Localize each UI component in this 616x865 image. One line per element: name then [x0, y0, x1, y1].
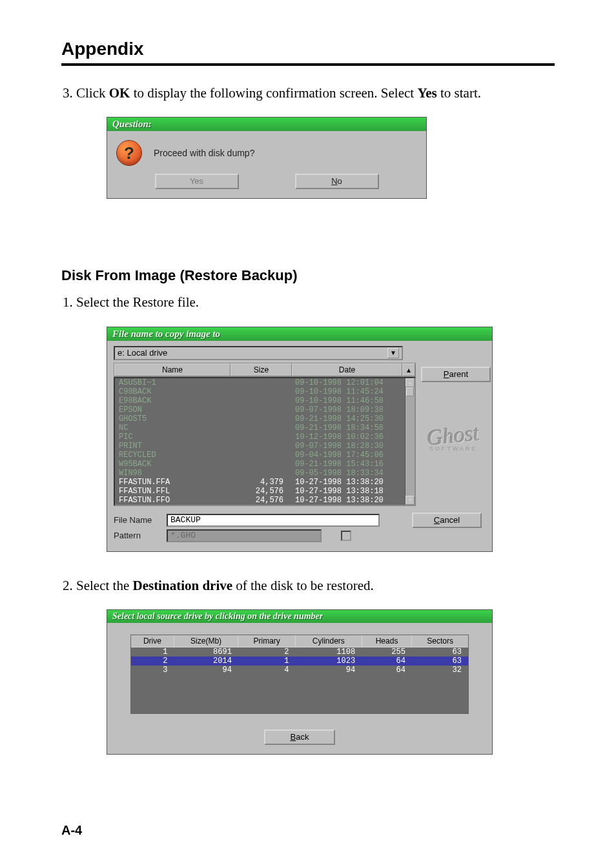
drive-cell: 94 [174, 666, 238, 675]
file-row[interactable]: FFASTUN.FFA4,37910-27-1998 13:38:20 [115, 478, 415, 487]
drive-col-header[interactable]: Size(Mb) [174, 635, 238, 647]
col-header-date[interactable]: Date [292, 363, 402, 376]
drive-col-header[interactable]: Heads [362, 635, 412, 647]
pattern-input[interactable]: *.GHO [167, 529, 322, 542]
file-name: PRINT [119, 442, 234, 451]
file-date: 10-27-1998 13:38:20 [295, 496, 411, 505]
drive-cell: 2014 [174, 656, 238, 666]
question-dialog-text: Proceed with disk dump? [154, 148, 254, 158]
file-size [234, 432, 295, 442]
file-row[interactable]: ASUSBI~109-10-1998 12:01:04 [115, 378, 415, 387]
step-1-text: 1. Select the Restore file. [61, 293, 555, 312]
pattern-checkbox[interactable] [341, 531, 351, 541]
file-date: 09-10-1998 12:01:04 [295, 378, 411, 387]
file-size [234, 414, 295, 423]
drive-cell: 63 [412, 656, 469, 666]
file-name: GHOST5 [119, 414, 234, 423]
drive-cell: 4 [238, 666, 296, 675]
drive-select-title: Select local source drive by clicking on… [107, 610, 492, 623]
file-name: E98BACK [119, 396, 234, 405]
drive-row[interactable]: 22014110236463 [131, 656, 469, 666]
file-row[interactable]: EPSON09-07-1998 18:09:38 [115, 405, 415, 414]
cancel-button[interactable]: Cancel [412, 513, 482, 528]
drive-col-header[interactable]: Primary [238, 635, 296, 647]
drive-cell: 94 [295, 666, 362, 675]
back-button[interactable]: Back [264, 729, 335, 745]
drive-cell: 1108 [295, 647, 362, 657]
file-size [234, 469, 295, 478]
file-row[interactable]: FFASTUN.FFO24,57610-27-1998 13:38:20 [115, 496, 415, 505]
file-name: FFASTUN.FFL [119, 487, 234, 496]
drive-col-header[interactable]: Drive [131, 635, 174, 647]
drive-col-header[interactable]: Sectors [412, 635, 469, 647]
file-size [234, 423, 295, 432]
drive-table-spacer [131, 675, 469, 713]
file-date: 09-05-1998 18:33:34 [295, 469, 411, 478]
file-row[interactable]: PRINT09-07-1998 18:28:30 [115, 442, 415, 451]
file-size [234, 451, 295, 460]
file-name: RECYCLED [119, 451, 234, 460]
file-size [234, 405, 295, 414]
file-date: 09-10-1998 11:45:24 [295, 387, 411, 396]
scroll-up-icon[interactable]: ▴ [402, 363, 415, 376]
drive-select-dialog: Select local source drive by clicking on… [107, 609, 493, 755]
parent-button[interactable]: Parent [421, 367, 491, 382]
file-list[interactable]: ASUSBI~109-10-1998 12:01:04C98BACK09-10-… [114, 377, 416, 506]
yes-button[interactable]: Yes [155, 174, 239, 189]
heading-rule [61, 63, 555, 66]
file-row[interactable]: NC09-21-1998 18:34:58 [115, 423, 415, 432]
col-header-size[interactable]: Size [231, 363, 292, 376]
file-date: 10-27-1998 13:38:18 [295, 487, 411, 496]
step-2-text: 2. Select the Destination drive of the d… [61, 576, 555, 595]
file-date: 10-12-1998 10:02:36 [295, 432, 411, 442]
ghost-logo: Ghost [420, 423, 487, 449]
file-row[interactable]: C98BACK09-10-1998 11:45:24 [115, 387, 415, 396]
file-row[interactable]: E98BACK09-10-1998 11:46:58 [115, 396, 415, 405]
filename-input[interactable]: BACKUP [167, 514, 380, 527]
file-size [234, 387, 295, 396]
scrollbar-thumb[interactable] [406, 387, 414, 396]
drive-cell: 1023 [295, 656, 362, 666]
scroll-down-icon[interactable]: ▾ [406, 496, 415, 505]
question-dialog-title: Question: [107, 117, 426, 131]
file-name: ASUSBI~1 [119, 378, 234, 387]
drive-cell: 255 [362, 647, 412, 657]
chevron-down-icon[interactable]: ▼ [387, 348, 399, 358]
drive-combo-value: e: Local drive [118, 348, 167, 358]
drive-cell: 2 [238, 647, 296, 657]
file-list-scrollbar[interactable]: ▴ ▾ [405, 378, 415, 505]
drive-cell: 3 [131, 666, 174, 675]
pattern-label: Pattern [114, 531, 160, 540]
file-name: EPSON [119, 405, 234, 414]
file-name: WIN98 [119, 469, 234, 478]
file-row[interactable]: W95BACK09-21-1998 15:43:16 [115, 460, 415, 469]
file-row[interactable]: FFASTUN.FFL24,57610-27-1998 13:38:18 [115, 487, 415, 496]
file-date: 09-04-1998 17:45:06 [295, 451, 411, 460]
drive-cell: 64 [362, 656, 412, 666]
file-row[interactable]: WIN9809-05-1998 18:33:34 [115, 469, 415, 478]
file-picker-title: File name to copy image to [107, 327, 492, 341]
file-row[interactable]: PIC10-12-1998 10:02:36 [115, 432, 415, 442]
drive-cell: 1 [131, 647, 174, 657]
file-row[interactable]: RECYCLED09-04-1998 17:45:06 [115, 451, 415, 460]
drive-row[interactable]: 186912110825563 [131, 647, 469, 657]
file-date: 09-21-1998 15:43:16 [295, 460, 411, 469]
page-number: A-4 [61, 823, 82, 838]
file-list-headers: Name Size Date ▴ [114, 363, 416, 377]
file-date: 09-07-1998 18:09:38 [295, 405, 411, 414]
no-button[interactable]: No [295, 174, 379, 189]
drive-col-header[interactable]: Cylinders [295, 635, 362, 647]
filename-label: File Name [114, 515, 160, 525]
drive-row[interactable]: 3944946432 [131, 666, 469, 675]
file-size [234, 378, 295, 387]
file-date: 09-07-1998 18:28:30 [295, 442, 411, 451]
file-name: FFASTUN.FFA [119, 478, 234, 487]
col-header-name[interactable]: Name [114, 363, 231, 376]
scroll-up-icon[interactable]: ▴ [406, 378, 415, 387]
question-mark-icon: ? [116, 140, 142, 166]
file-name: FFASTUN.FFO [119, 496, 234, 505]
file-name: C98BACK [119, 387, 234, 396]
drive-table[interactable]: DriveSize(Mb)PrimaryCylindersHeadsSector… [130, 635, 469, 714]
drive-combo[interactable]: e: Local drive ▼ [114, 346, 403, 360]
file-row[interactable]: GHOST509-21-1998 14:25:30 [115, 414, 415, 423]
